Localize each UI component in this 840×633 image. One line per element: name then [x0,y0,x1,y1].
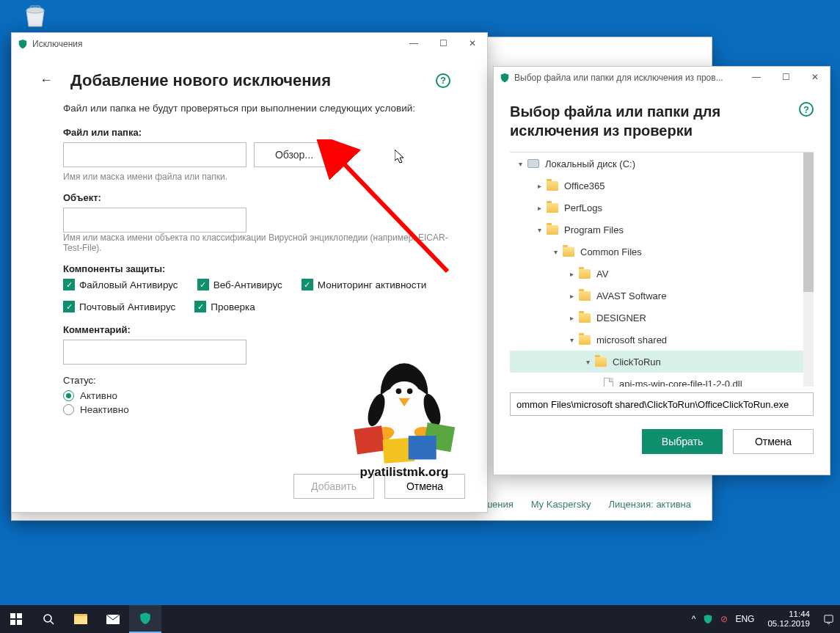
folder-icon [579,291,591,301]
tray-block-icon[interactable]: ⊘ [720,614,728,624]
window-title: Исключения [32,39,83,49]
svg-point-5 [407,388,413,394]
cursor-icon [395,150,406,164]
svg-rect-22 [74,616,87,624]
comment-input[interactable] [63,340,246,365]
tree-node-common-files[interactable]: ▾Common Files [510,241,814,263]
checkbox-mail-antivirus[interactable]: ✓Почтовый Антивирус [63,301,175,312]
tree-scrollbar[interactable] [803,153,814,387]
checkbox-file-antivirus[interactable]: ✓Файловый Антивирус [63,279,178,290]
folder-icon [579,269,591,279]
svg-rect-13 [409,436,437,459]
watermark-image: pyatilistmk.org [320,330,489,491]
svg-point-0 [26,7,44,13]
file-icon [604,378,613,387]
dialog-subtitle: Файл или папка не будут проверяться при … [63,103,450,114]
back-arrow-icon[interactable]: ← [34,70,59,91]
system-tray: ^ ⊘ ENG 11:44 05.12.2019 [692,610,840,629]
object-label: Объект: [63,192,450,203]
cancel-button[interactable]: Отмена [733,429,814,454]
folder-icon [579,313,591,323]
folder-icon [547,225,558,235]
svg-point-19 [44,615,51,622]
svg-line-20 [51,621,54,624]
language-indicator[interactable]: ENG [735,614,754,624]
file-hint: Имя или маска имени файла или папки. [63,172,450,182]
svg-rect-18 [17,620,22,625]
svg-rect-10 [354,425,384,454]
file-path-label: Файл или папка: [63,127,450,138]
taskbar-search-icon[interactable] [32,605,65,633]
tree-node-perflogs[interactable]: ▸PerfLogs [510,197,814,219]
checkbox-web-antivirus[interactable]: ✓Веб-Антивирус [197,279,282,290]
help-icon[interactable]: ? [436,73,450,88]
tree-node-designer[interactable]: ▸DESIGNER [510,307,814,329]
selected-path-input[interactable] [510,392,814,416]
tree-node-disk[interactable]: ▾Локальный диск (C:) [510,153,814,175]
tree-node-av[interactable]: ▸AV [510,263,814,285]
browse-button[interactable]: Обзор... [254,142,335,167]
watermark-text: pyatilistmk.org [360,465,449,480]
minimize-button[interactable]: — [742,67,771,87]
folder-icon [547,181,558,191]
close-button[interactable]: ✕ [458,33,487,54]
svg-rect-17 [10,620,15,625]
folder-icon [579,335,591,345]
components-label: Компоненты защиты: [63,263,450,274]
tree-node-ms-shared[interactable]: ▾microsoft shared [510,329,814,351]
taskbar-kaspersky-icon[interactable] [129,605,161,633]
object-hint: Имя или маска имени объекта по классифик… [63,233,450,253]
select-button[interactable]: Выбрать [642,429,723,454]
taskbar-explorer-icon[interactable] [65,605,97,633]
checkbox-activity-monitor[interactable]: ✓Мониторинг активности [302,279,427,290]
titlebar[interactable]: Исключения — ☐ ✕ [12,33,487,55]
tree-node-clicktorun[interactable]: ▾ClickToRun [510,351,814,373]
svg-rect-16 [17,613,22,618]
notifications-icon[interactable] [823,614,834,625]
file-path-input[interactable] [63,142,246,167]
footer-link-license[interactable]: Лицензия: активна [608,499,691,510]
folder-icon [547,203,558,213]
tray-chevron-icon[interactable]: ^ [692,614,696,624]
svg-rect-24 [825,615,833,621]
close-button[interactable]: ✕ [800,67,830,87]
folder-icon [595,357,607,367]
shield-icon [500,73,510,83]
recycle-bin-icon[interactable] [21,1,50,31]
tray-shield-icon[interactable] [703,614,713,624]
tree-node-program-files[interactable]: ▾Program Files [510,219,814,241]
disk-icon [527,159,539,168]
taskbar-clock[interactable]: 11:44 05.12.2019 [762,610,816,629]
help-icon[interactable]: ? [799,102,814,117]
add-exclusion-dialog: Исключения — ☐ ✕ ← Добавление нового иск… [11,32,488,513]
tree-node-dll-file[interactable]: api-ms-win-core-file-l1-2-0.dll [510,373,814,387]
taskbar: ^ ⊘ ENG 11:44 05.12.2019 [0,605,840,633]
tree-node-avast[interactable]: ▸AVAST Software [510,285,814,307]
checkbox-scan[interactable]: ✓Проверка [194,301,255,312]
picker-title: Выбор файла или папки для исключения из … [510,102,793,140]
object-input[interactable] [63,208,246,233]
start-button[interactable] [0,605,32,633]
maximize-button[interactable]: ☐ [771,67,800,87]
tree-node-office365[interactable]: ▸Office365 [510,175,814,197]
file-picker-dialog: Выбор файла или папки для исключения из … [493,66,830,475]
maximize-button[interactable]: ☐ [428,33,458,54]
window-title: Выбор файла или папки для исключения из … [514,73,723,83]
shield-icon [18,39,28,49]
folder-icon [563,247,574,257]
dialog-title: Добавление нового исключения [70,71,424,90]
svg-rect-15 [10,613,15,618]
titlebar[interactable]: Выбор файла или папки для исключения из … [494,67,830,89]
folder-tree: ▾Локальный диск (C:) ▸Office365 ▸PerfLog… [510,152,814,387]
taskbar-mail-icon[interactable] [97,605,129,633]
footer-link-mykaspersky[interactable]: My Kaspersky [531,499,591,510]
svg-point-4 [396,388,402,394]
minimize-button[interactable]: — [399,33,428,54]
